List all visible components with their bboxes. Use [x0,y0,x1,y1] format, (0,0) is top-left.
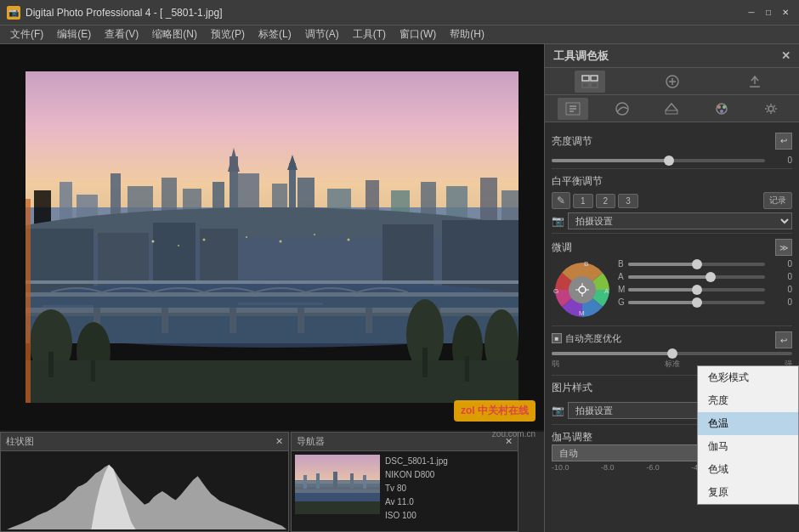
tool-tab-color[interactable] [706,98,737,120]
brightness-section-header: 亮度调节 ↩ [552,129,792,152]
fine-slider-a[interactable] [628,275,765,279]
fine-slider-g-thumb[interactable] [692,297,702,308]
dropdown-item-gamma[interactable]: 伽马 [698,435,798,458]
svg-text:A: A [604,287,609,295]
nav-av: Av 11.0 [385,495,448,509]
right-panel-title: 工具调色板 [553,48,609,64]
svg-point-95 [722,105,726,109]
svg-rect-19 [502,190,518,224]
svg-rect-65 [26,199,31,403]
svg-rect-55 [91,360,95,382]
navigator-info: DSC_5801-1.jpg NIKON D800 Tv 80 Av 11.0 … [385,455,448,528]
close-button[interactable]: ✕ [779,6,792,20]
svg-rect-77 [350,473,354,489]
svg-rect-79 [582,76,589,81]
dropdown-item-color-mode[interactable]: 色彩模式 [698,366,798,389]
svg-rect-41 [162,308,168,333]
minimize-button[interactable]: ─ [745,6,758,20]
maximize-button[interactable]: □ [762,6,775,20]
wb-eyedropper-button[interactable]: ✎ [552,192,570,209]
nav-filename: DSC_5801-1.jpg [385,455,448,468]
fine-tune-reset-button[interactable]: ≫ [775,239,792,256]
auto-label-weak: 弱 [552,359,559,370]
tool-tab-grid[interactable] [575,71,605,93]
wb-btn-3[interactable]: 3 [618,194,638,208]
svg-rect-80 [591,76,598,81]
svg-rect-81 [582,82,589,88]
fine-slider-b-thumb[interactable] [692,259,702,269]
dropdown-item-color-temp[interactable]: 色温 [698,412,798,435]
fine-slider-b[interactable] [628,263,765,266]
fine-slider-g[interactable] [628,301,765,304]
navigator-title: 导航器 [297,435,505,448]
auto-brightness-header-row: ■ 自动亮度优化 ↩ [552,331,792,348]
wb-record-button[interactable]: 记录 [763,192,792,209]
brightness-slider-thumb[interactable] [664,156,674,166]
menu-edit[interactable]: 编辑(E) [50,25,98,43]
menu-window[interactable]: 窗口(W) [393,25,443,43]
fine-slider-a-thumb[interactable] [706,272,716,282]
auto-brightness-slider-row [552,352,792,355]
photo-area: 柱状图 ✕ 导航器 ✕ [0,44,544,532]
ps-label: 图片样式 [552,381,592,395]
photo-container [0,44,544,430]
histogram-close-button[interactable]: ✕ [275,436,283,447]
menu-tools[interactable]: 工具(T) [346,25,393,43]
tool-tab-edit[interactable] [656,98,687,120]
tool-tabs-row1 [545,68,799,95]
svg-rect-70 [295,493,380,501]
gamma-label: 伽马调整 [552,431,592,443]
auto-brightness-checkbox[interactable]: ■ [552,333,562,343]
menu-thumbnail[interactable]: 缩略图(N) [145,25,204,43]
menu-view[interactable]: 查看(V) [98,25,145,43]
dropdown-item-color-space[interactable]: 色域 [698,458,798,481]
auto-brightness-label: 自动亮度优化 [565,332,621,345]
brightness-slider[interactable] [552,159,765,162]
watermark-brand: zol 中关村在线 [461,404,529,418]
fine-tune-header: 微调 ≫ [552,239,792,256]
fine-label-a: A [618,272,625,281]
fine-slider-m[interactable] [628,288,765,291]
tool-tab-settings[interactable] [756,98,786,120]
menu-label[interactable]: 标签(L) [252,25,298,43]
svg-rect-54 [48,352,54,377]
window-controls: ─ □ ✕ [745,6,792,20]
brightness-reset-button[interactable]: ↩ [775,133,792,150]
auto-brightness-section: ■ 自动亮度优化 ↩ 弱 标准 强 [552,331,792,370]
tool-tab-basic[interactable] [558,98,588,120]
dropdown-menu: 色彩模式 亮度 色温 伽马 色域 复原 [697,365,799,505]
menu-adjust[interactable]: 调节(A) [298,25,346,43]
navigator-content: DSC_5801-1.jpg NIKON D800 Tv 80 Av 11.0 … [292,451,518,531]
svg-text:G: G [553,287,558,295]
wb-btn-2[interactable]: 2 [596,194,616,208]
svg-rect-3 [60,182,72,224]
photo-display [26,71,518,403]
svg-text:B: B [584,260,588,268]
auto-brightness-slider[interactable] [552,352,792,355]
right-panel-close-button[interactable]: ✕ [781,49,790,62]
color-wheel[interactable]: B A M G [552,259,613,320]
wb-select[interactable]: 拍摄设置 [568,212,792,229]
dropdown-item-restore[interactable]: 复原 [698,481,798,504]
wb-camera-icon: 📷 [552,215,564,227]
tool-tab-export[interactable] [740,71,770,93]
dropdown-item-brightness[interactable]: 亮度 [698,389,798,412]
nav-thumb-svg [295,455,380,514]
auto-brightness-reset-button[interactable]: ↩ [775,331,792,348]
divider-2 [552,233,792,234]
svg-point-94 [717,105,721,109]
fine-slider-g-row: G 0 [618,297,792,307]
svg-rect-57 [465,356,469,382]
fine-slider-m-thumb[interactable] [692,285,702,295]
fine-slider-a-row: A 0 [618,272,792,281]
auto-brightness-thumb[interactable] [667,348,677,359]
svg-point-61 [246,236,247,238]
wb-btn-1[interactable]: 1 [573,194,593,208]
svg-point-63 [314,234,315,235]
menu-preview[interactable]: 预览(P) [204,25,252,43]
menu-file[interactable]: 文件(F) [3,25,50,43]
tool-tab-add[interactable] [657,71,688,93]
fine-sliders: B 0 A [618,259,792,320]
menu-help[interactable]: 帮助(H) [443,25,491,43]
tool-tab-curve[interactable] [607,98,638,120]
